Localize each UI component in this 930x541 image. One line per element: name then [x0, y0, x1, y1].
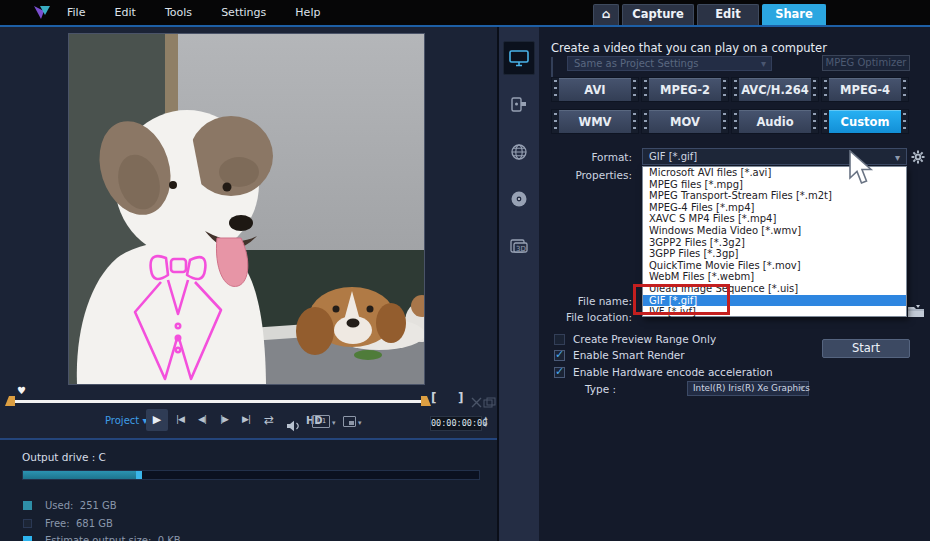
share-device-button[interactable] — [503, 89, 535, 119]
hardware-accel-checkbox[interactable]: ✓ — [554, 367, 565, 378]
menu-tools[interactable]: Tools — [153, 0, 204, 19]
share-panel: 3D Create a video that you can play on a… — [497, 27, 930, 541]
legend-estimate: Estimate output size: 0 KB — [23, 535, 181, 541]
legend-used: Used: 251 GB — [23, 500, 117, 511]
create-preview-range-checkbox[interactable] — [554, 334, 565, 345]
enlarge-preview-icon[interactable] — [483, 393, 496, 412]
legend-free: Free: 681 GB — [23, 518, 113, 529]
dropdown-item[interactable]: XAVC S MP4 Files [*.mp4] — [643, 213, 906, 225]
home-tab[interactable]: ⌂ — [593, 4, 619, 25]
properties-label: Properties: — [547, 169, 632, 181]
format-label: Format: — [547, 151, 632, 163]
title-bar: File Edit Tools Settings Help ⌂ Capture … — [0, 0, 930, 25]
split-clip-icon[interactable] — [470, 393, 483, 412]
format-button-avi[interactable]: AVI — [551, 77, 639, 102]
menu-edit[interactable]: Edit — [103, 0, 148, 19]
timecode-display[interactable]: 00:00:00:00 — [430, 416, 482, 431]
video-preview — [68, 33, 425, 385]
type-label: Type : — [585, 383, 616, 395]
share-computer-button[interactable] — [503, 41, 535, 75]
device-icon — [510, 96, 528, 113]
dropdown-item[interactable]: MPEG-4 Files [*.mp4] — [643, 202, 906, 214]
dropdown-item[interactable]: QuickTime Movie Files [*.mov] — [643, 260, 906, 272]
format-button-wmv[interactable]: WMV — [551, 109, 639, 134]
start-button[interactable]: Start — [822, 339, 910, 358]
hardware-type-select[interactable]: Intel(R) Iris(R) Xe Graphics▾ — [687, 381, 809, 396]
app-logo-icon — [32, 5, 52, 24]
smart-render-checkbox[interactable]: ✓ — [554, 350, 565, 361]
share-disc-button[interactable] — [503, 184, 535, 214]
browse-folder-icon[interactable] — [907, 303, 925, 322]
repeat-button[interactable]: ⇄ — [264, 413, 274, 427]
previous-frame-button[interactable]: ◀| — [198, 414, 206, 424]
estimate-swatch — [23, 536, 32, 541]
svg-text:3D: 3D — [516, 245, 526, 253]
tab-share[interactable]: Share — [762, 4, 826, 25]
tab-capture[interactable]: Capture — [622, 4, 694, 25]
resize-dropdown-arrow[interactable]: ▾ — [358, 419, 362, 427]
format-button-mpeg4[interactable]: MPEG-4 — [821, 77, 909, 102]
file-name-label: File name: — [547, 295, 632, 307]
drive-capacity-bar — [22, 470, 480, 480]
3d-movie-icon: 3D — [510, 238, 528, 254]
format-button-custom[interactable]: Custom — [821, 109, 909, 134]
preview-panel: ♥ [ ] Project ▾ ▶ |◀ ◀| |▶ ▶| ⇄ HD 1:1 ▾… — [0, 27, 497, 541]
tab-edit[interactable]: Edit — [697, 4, 759, 25]
hardware-accel-row[interactable]: ✓ Enable Hardware encode acceleration — [554, 366, 773, 378]
share-3d-button[interactable]: 3D — [503, 231, 535, 261]
format-button-mov[interactable]: MOV — [641, 109, 729, 134]
aspect-ratio-button[interactable]: 1:1 — [312, 415, 330, 428]
format-options-gear-icon[interactable] — [911, 149, 925, 168]
globe-icon — [510, 143, 528, 161]
mark-in-button[interactable]: [ — [431, 391, 436, 405]
dropdown-item[interactable]: Windows Media Video [*.wmv] — [643, 225, 906, 237]
trim-handle-right[interactable] — [421, 396, 431, 406]
file-location-label: File location: — [547, 311, 632, 323]
format-button-audio[interactable]: Audio — [731, 109, 819, 134]
dropdown-item[interactable]: WebM Files [*.webm] — [643, 271, 906, 283]
create-preview-range-row[interactable]: Create Preview Range Only — [554, 333, 716, 345]
drive-estimate-marker — [136, 471, 142, 479]
next-frame-button[interactable]: |▶ — [220, 414, 228, 424]
share-heading: Create a video that you can play on a co… — [551, 41, 827, 55]
computer-icon — [509, 50, 529, 67]
output-drive-title: Output drive : C — [22, 451, 106, 463]
share-web-button[interactable] — [503, 137, 535, 167]
used-swatch — [23, 501, 32, 510]
drive-used-fill — [23, 471, 136, 479]
play-button[interactable]: ▶ — [146, 409, 168, 431]
format-button-avc[interactable]: AVC/H.264 — [731, 77, 819, 102]
seek-bar[interactable] — [10, 400, 428, 403]
go-to-start-button[interactable]: |◀ — [176, 414, 184, 424]
free-swatch — [23, 519, 32, 528]
project-settings-select: Same as Project Settings▾ — [567, 56, 772, 71]
dropdown-item[interactable]: MPEG Transport-Stream Files [*.m2t] — [643, 190, 906, 202]
chapter-marker-icon[interactable]: ♥ — [17, 385, 26, 396]
output-drive-section: Output drive : C Used: 251 GB Free: 681 … — [0, 440, 497, 541]
project-settings-checkbox[interactable] — [551, 57, 553, 78]
ratio-dropdown-arrow[interactable]: ▾ — [332, 419, 336, 427]
menu-help[interactable]: Help — [283, 0, 332, 19]
go-to-end-button[interactable]: ▶| — [242, 414, 250, 424]
resize-preview-button[interactable] — [343, 416, 356, 427]
mouse-cursor — [848, 150, 874, 190]
volume-icon[interactable] — [286, 417, 301, 436]
menu-settings[interactable]: Settings — [209, 0, 278, 19]
smart-render-row[interactable]: ✓ Enable Smart Render — [554, 349, 685, 361]
dropdown-item[interactable]: 3GPP2 Files [*.3g2] — [643, 237, 906, 249]
playback-mode-selector[interactable]: Project ▾ — [105, 415, 147, 426]
videostudio-share-window: File Edit Tools Settings Help ⌂ Capture … — [0, 0, 930, 541]
timecode-spinner[interactable]: ▴▾ — [484, 415, 488, 429]
mpeg-optimizer-button: MPEG Optimizer — [822, 55, 910, 71]
menu-file[interactable]: File — [55, 0, 97, 19]
mark-out-button[interactable]: ] — [458, 391, 463, 405]
share-destination-toolbar: 3D — [499, 27, 539, 541]
trim-handle-left[interactable] — [5, 396, 15, 406]
disc-icon — [510, 190, 528, 208]
format-button-mpeg2[interactable]: MPEG-2 — [641, 77, 729, 102]
home-icon: ⌂ — [602, 7, 611, 21]
annotation-highlight-box — [633, 284, 730, 315]
video-frame-art — [69, 34, 424, 384]
dropdown-item[interactable]: 3GPP Files [*.3gp] — [643, 248, 906, 260]
